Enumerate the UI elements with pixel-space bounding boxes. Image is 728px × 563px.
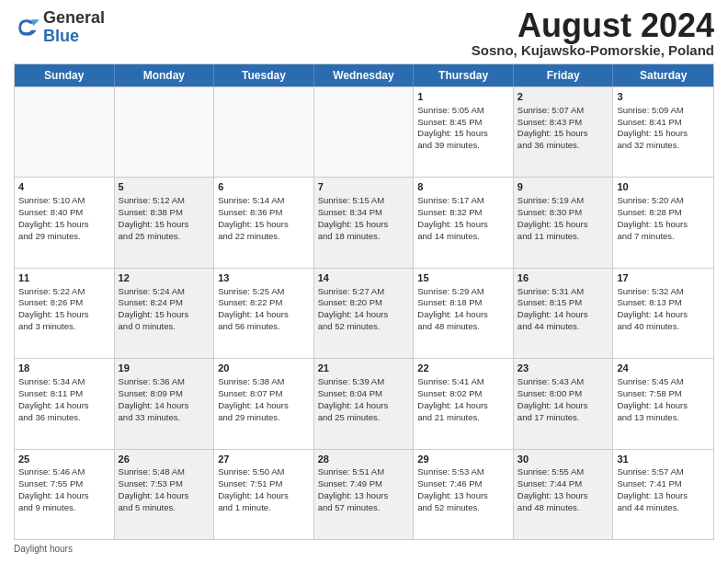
day-number: 18 bbox=[18, 362, 110, 375]
title-block: August 2024 Sosno, Kujawsko-Pomorskie, P… bbox=[472, 9, 714, 58]
day-info: Sunrise: 5:24 AM Sunset: 8:24 PM Dayligh… bbox=[119, 286, 189, 331]
daylight-label: Daylight hours bbox=[14, 544, 73, 554]
weekday-header: Tuesday bbox=[214, 64, 314, 86]
calendar-cell bbox=[214, 87, 314, 177]
day-info: Sunrise: 5:36 AM Sunset: 8:09 PM Dayligh… bbox=[119, 376, 189, 421]
day-info: Sunrise: 5:17 AM Sunset: 8:32 PM Dayligh… bbox=[417, 195, 488, 240]
calendar-cell: 25Sunrise: 5:46 AM Sunset: 7:55 PM Dayli… bbox=[15, 450, 115, 539]
calendar-header: SundayMondayTuesdayWednesdayThursdayFrid… bbox=[15, 64, 713, 86]
calendar-cell: 27Sunrise: 5:50 AM Sunset: 7:51 PM Dayli… bbox=[214, 450, 314, 539]
footer: Daylight hours bbox=[14, 544, 714, 554]
day-number: 13 bbox=[218, 271, 310, 285]
month-title: August 2024 bbox=[472, 9, 714, 42]
calendar-cell: 11Sunrise: 5:22 AM Sunset: 8:26 PM Dayli… bbox=[15, 269, 115, 358]
day-number: 19 bbox=[119, 362, 210, 375]
day-info: Sunrise: 5:07 AM Sunset: 8:43 PM Dayligh… bbox=[518, 105, 588, 150]
day-info: Sunrise: 5:39 AM Sunset: 8:04 PM Dayligh… bbox=[318, 376, 389, 421]
day-info: Sunrise: 5:46 AM Sunset: 7:55 PM Dayligh… bbox=[18, 466, 89, 511]
calendar-cell: 22Sunrise: 5:41 AM Sunset: 8:02 PM Dayli… bbox=[414, 359, 514, 448]
day-info: Sunrise: 5:29 AM Sunset: 8:18 PM Dayligh… bbox=[417, 286, 488, 331]
day-number: 4 bbox=[18, 180, 110, 194]
calendar: SundayMondayTuesdayWednesdayThursdayFrid… bbox=[14, 63, 714, 540]
calendar-row: 1Sunrise: 5:05 AM Sunset: 8:45 PM Daylig… bbox=[15, 86, 713, 177]
day-number: 2 bbox=[518, 90, 609, 104]
day-number: 30 bbox=[518, 453, 609, 466]
logo: General Blue bbox=[14, 9, 105, 46]
calendar-cell: 19Sunrise: 5:36 AM Sunset: 8:09 PM Dayli… bbox=[115, 359, 215, 448]
day-number: 28 bbox=[318, 453, 410, 466]
day-number: 23 bbox=[518, 362, 609, 375]
calendar-cell: 26Sunrise: 5:48 AM Sunset: 7:53 PM Dayli… bbox=[115, 450, 215, 539]
calendar-cell: 15Sunrise: 5:29 AM Sunset: 8:18 PM Dayli… bbox=[414, 269, 514, 358]
calendar-cell: 30Sunrise: 5:55 AM Sunset: 7:44 PM Dayli… bbox=[514, 450, 614, 539]
calendar-cell: 16Sunrise: 5:31 AM Sunset: 8:15 PM Dayli… bbox=[514, 269, 614, 358]
weekday-header: Wednesday bbox=[314, 64, 415, 86]
calendar-cell: 4Sunrise: 5:10 AM Sunset: 8:40 PM Daylig… bbox=[15, 178, 115, 267]
calendar-cell: 5Sunrise: 5:12 AM Sunset: 8:38 PM Daylig… bbox=[115, 178, 215, 267]
day-number: 27 bbox=[218, 453, 310, 466]
day-info: Sunrise: 5:31 AM Sunset: 8:15 PM Dayligh… bbox=[518, 286, 588, 331]
weekday-header: Sunday bbox=[15, 64, 115, 86]
day-info: Sunrise: 5:27 AM Sunset: 8:20 PM Dayligh… bbox=[318, 286, 389, 331]
day-info: Sunrise: 5:15 AM Sunset: 8:34 PM Dayligh… bbox=[318, 195, 389, 240]
calendar-cell: 6Sunrise: 5:14 AM Sunset: 8:36 PM Daylig… bbox=[214, 178, 314, 267]
day-info: Sunrise: 5:55 AM Sunset: 7:44 PM Dayligh… bbox=[518, 466, 588, 511]
calendar-row: 25Sunrise: 5:46 AM Sunset: 7:55 PM Dayli… bbox=[15, 449, 713, 539]
day-number: 17 bbox=[617, 271, 710, 285]
calendar-cell: 3Sunrise: 5:09 AM Sunset: 8:41 PM Daylig… bbox=[613, 87, 713, 177]
day-info: Sunrise: 5:48 AM Sunset: 7:53 PM Dayligh… bbox=[119, 466, 189, 511]
day-info: Sunrise: 5:32 AM Sunset: 8:13 PM Dayligh… bbox=[617, 286, 688, 331]
day-number: 21 bbox=[318, 362, 410, 375]
calendar-row: 4Sunrise: 5:10 AM Sunset: 8:40 PM Daylig… bbox=[15, 177, 713, 267]
day-number: 15 bbox=[417, 271, 509, 285]
day-number: 22 bbox=[417, 362, 509, 375]
day-info: Sunrise: 5:57 AM Sunset: 7:41 PM Dayligh… bbox=[617, 466, 688, 511]
day-info: Sunrise: 5:05 AM Sunset: 8:45 PM Dayligh… bbox=[417, 105, 488, 150]
logo-general: General bbox=[43, 8, 105, 27]
calendar-cell bbox=[15, 87, 115, 177]
calendar-cell bbox=[115, 87, 215, 177]
calendar-body: 1Sunrise: 5:05 AM Sunset: 8:45 PM Daylig… bbox=[15, 86, 713, 539]
day-number: 5 bbox=[119, 180, 210, 194]
calendar-cell: 1Sunrise: 5:05 AM Sunset: 8:45 PM Daylig… bbox=[414, 87, 514, 177]
calendar-cell: 2Sunrise: 5:07 AM Sunset: 8:43 PM Daylig… bbox=[514, 87, 614, 177]
calendar-cell: 24Sunrise: 5:45 AM Sunset: 7:58 PM Dayli… bbox=[613, 359, 713, 448]
day-number: 7 bbox=[318, 180, 410, 194]
day-info: Sunrise: 5:41 AM Sunset: 8:02 PM Dayligh… bbox=[417, 376, 488, 421]
day-number: 16 bbox=[518, 271, 609, 285]
logo-text: General Blue bbox=[43, 9, 105, 46]
day-number: 9 bbox=[518, 180, 609, 194]
calendar-cell bbox=[314, 87, 415, 177]
calendar-cell: 29Sunrise: 5:53 AM Sunset: 7:46 PM Dayli… bbox=[414, 450, 514, 539]
day-number: 24 bbox=[617, 362, 710, 375]
weekday-header: Friday bbox=[514, 64, 614, 86]
day-number: 31 bbox=[617, 453, 710, 466]
day-number: 10 bbox=[617, 180, 710, 194]
day-info: Sunrise: 5:20 AM Sunset: 8:28 PM Dayligh… bbox=[617, 195, 688, 240]
day-info: Sunrise: 5:38 AM Sunset: 8:07 PM Dayligh… bbox=[218, 376, 289, 421]
day-number: 25 bbox=[18, 453, 110, 466]
day-info: Sunrise: 5:09 AM Sunset: 8:41 PM Dayligh… bbox=[617, 105, 688, 150]
day-number: 8 bbox=[417, 180, 509, 194]
calendar-cell: 17Sunrise: 5:32 AM Sunset: 8:13 PM Dayli… bbox=[613, 269, 713, 358]
day-info: Sunrise: 5:25 AM Sunset: 8:22 PM Dayligh… bbox=[218, 286, 289, 331]
day-number: 12 bbox=[119, 271, 210, 285]
calendar-cell: 18Sunrise: 5:34 AM Sunset: 8:11 PM Dayli… bbox=[15, 359, 115, 448]
calendar-cell: 7Sunrise: 5:15 AM Sunset: 8:34 PM Daylig… bbox=[314, 178, 415, 267]
page: General Blue August 2024 Sosno, Kujawsko… bbox=[0, 0, 728, 563]
calendar-cell: 9Sunrise: 5:19 AM Sunset: 8:30 PM Daylig… bbox=[514, 178, 614, 267]
day-info: Sunrise: 5:45 AM Sunset: 7:58 PM Dayligh… bbox=[617, 376, 688, 421]
calendar-cell: 28Sunrise: 5:51 AM Sunset: 7:49 PM Dayli… bbox=[314, 450, 415, 539]
calendar-cell: 12Sunrise: 5:24 AM Sunset: 8:24 PM Dayli… bbox=[115, 269, 215, 358]
day-info: Sunrise: 5:14 AM Sunset: 8:36 PM Dayligh… bbox=[218, 195, 289, 240]
day-number: 1 bbox=[417, 90, 509, 104]
day-info: Sunrise: 5:10 AM Sunset: 8:40 PM Dayligh… bbox=[18, 195, 89, 240]
day-number: 11 bbox=[18, 271, 110, 285]
day-info: Sunrise: 5:50 AM Sunset: 7:51 PM Dayligh… bbox=[218, 466, 289, 511]
calendar-cell: 21Sunrise: 5:39 AM Sunset: 8:04 PM Dayli… bbox=[314, 359, 415, 448]
day-info: Sunrise: 5:19 AM Sunset: 8:30 PM Dayligh… bbox=[518, 195, 588, 240]
calendar-row: 18Sunrise: 5:34 AM Sunset: 8:11 PM Dayli… bbox=[15, 358, 713, 448]
logo-blue: Blue bbox=[43, 27, 79, 45]
weekday-header: Saturday bbox=[613, 64, 713, 86]
calendar-cell: 20Sunrise: 5:38 AM Sunset: 8:07 PM Dayli… bbox=[214, 359, 314, 448]
